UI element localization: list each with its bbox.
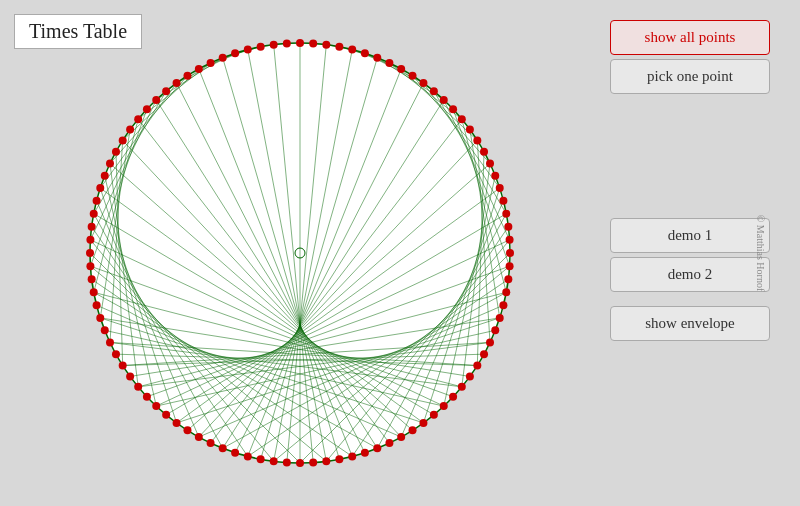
controls-panel: show all points pick one point demo 1 de…	[610, 20, 770, 345]
svg-point-186	[119, 136, 127, 144]
svg-point-155	[257, 455, 265, 463]
svg-point-119	[480, 148, 488, 156]
svg-point-187	[126, 126, 134, 134]
svg-point-135	[480, 350, 488, 358]
svg-point-123	[499, 197, 507, 205]
svg-point-148	[348, 452, 356, 460]
show-all-points-button[interactable]: show all points	[610, 20, 770, 55]
svg-point-121	[491, 172, 499, 180]
svg-point-192	[173, 79, 181, 87]
svg-point-164	[152, 402, 160, 410]
svg-point-105	[335, 43, 343, 51]
svg-point-111	[409, 72, 417, 80]
svg-point-184	[106, 160, 114, 168]
svg-point-173	[93, 301, 101, 309]
svg-point-196	[219, 54, 227, 62]
demo2-button[interactable]: demo 2	[610, 257, 770, 292]
svg-point-189	[143, 105, 151, 113]
svg-point-200	[270, 41, 278, 49]
svg-point-103	[309, 39, 317, 47]
svg-point-120	[486, 160, 494, 168]
svg-point-197	[231, 49, 239, 57]
svg-point-171	[101, 326, 109, 334]
svg-point-124	[502, 210, 510, 218]
svg-point-190	[152, 96, 160, 104]
svg-point-136	[473, 362, 481, 370]
svg-point-152	[296, 459, 304, 467]
svg-point-118	[473, 136, 481, 144]
svg-point-126	[506, 236, 514, 244]
svg-point-201	[283, 39, 291, 47]
svg-point-180	[90, 210, 98, 218]
svg-point-143	[409, 426, 417, 434]
svg-point-198	[244, 46, 252, 54]
visualization-canvas	[20, 20, 580, 486]
svg-point-158	[219, 444, 227, 452]
svg-point-174	[90, 288, 98, 296]
svg-point-131	[499, 301, 507, 309]
svg-point-176	[86, 262, 94, 270]
pick-one-point-button[interactable]: pick one point	[610, 59, 770, 94]
svg-point-188	[134, 115, 142, 123]
svg-point-153	[283, 459, 291, 467]
svg-point-185	[112, 148, 120, 156]
svg-point-182	[96, 184, 104, 192]
svg-point-199	[257, 43, 265, 51]
svg-point-114	[440, 96, 448, 104]
svg-point-195	[207, 59, 215, 67]
svg-point-112	[419, 79, 427, 87]
svg-point-194	[195, 65, 203, 73]
svg-point-137	[466, 372, 474, 380]
svg-point-130	[502, 288, 510, 296]
svg-point-129	[504, 275, 512, 283]
svg-point-157	[231, 449, 239, 457]
svg-point-191	[162, 87, 170, 95]
svg-point-127	[506, 249, 514, 257]
svg-point-115	[449, 105, 457, 113]
svg-point-113	[430, 87, 438, 95]
svg-point-163	[162, 411, 170, 419]
svg-point-160	[195, 433, 203, 441]
svg-point-140	[440, 402, 448, 410]
svg-point-151	[309, 459, 317, 467]
svg-point-169	[112, 350, 120, 358]
svg-point-142	[419, 419, 427, 427]
svg-point-110	[397, 65, 405, 73]
svg-point-161	[183, 426, 191, 434]
svg-point-141	[430, 411, 438, 419]
svg-point-116	[458, 115, 466, 123]
svg-point-106	[348, 46, 356, 54]
svg-point-167	[126, 372, 134, 380]
svg-point-170	[106, 338, 114, 346]
svg-point-149	[335, 455, 343, 463]
watermark-text: © Matthias Hornof	[754, 215, 765, 291]
svg-point-102	[296, 39, 304, 47]
svg-point-168	[119, 362, 127, 370]
svg-point-109	[385, 59, 393, 67]
svg-point-122	[496, 184, 504, 192]
svg-point-156	[244, 452, 252, 460]
svg-point-104	[322, 41, 330, 49]
svg-point-134	[486, 338, 494, 346]
svg-point-162	[173, 419, 181, 427]
svg-point-179	[88, 223, 96, 231]
svg-point-183	[101, 172, 109, 180]
svg-point-178	[86, 236, 94, 244]
svg-point-132	[496, 314, 504, 322]
svg-point-128	[506, 262, 514, 270]
svg-point-125	[504, 223, 512, 231]
svg-point-175	[88, 275, 96, 283]
svg-point-177	[86, 249, 94, 257]
svg-point-181	[93, 197, 101, 205]
svg-point-147	[361, 449, 369, 457]
svg-point-150	[322, 457, 330, 465]
svg-point-159	[207, 439, 215, 447]
svg-point-146	[373, 444, 381, 452]
svg-point-107	[361, 49, 369, 57]
svg-point-108	[373, 54, 381, 62]
show-envelope-button[interactable]: show envelope	[610, 306, 770, 341]
svg-point-165	[143, 393, 151, 401]
svg-point-117	[466, 126, 474, 134]
demo1-button[interactable]: demo 1	[610, 218, 770, 253]
svg-point-166	[134, 383, 142, 391]
